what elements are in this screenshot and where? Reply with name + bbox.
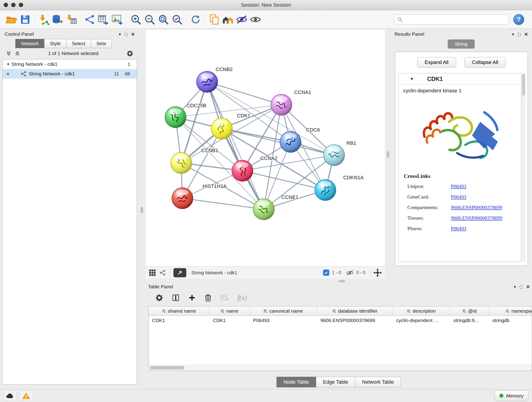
network-edge[interactable] — [207, 82, 334, 155]
network-node-cdkn1a[interactable] — [315, 179, 336, 201]
panel-close-icon[interactable]: × — [131, 31, 135, 37]
tree-expander-icon[interactable]: ▾ — [7, 62, 9, 67]
cell-namespace[interactable]: stringdb — [489, 316, 532, 325]
cell-id[interactable]: stringdb:9... — [450, 316, 489, 325]
save-session-button[interactable] — [18, 13, 32, 26]
network-canvas[interactable]: CCNB2CCNA1CDC25BCDK1CDC6RB1CCNB1CCNA2CDK… — [146, 30, 385, 266]
network-node-ccnb2[interactable] — [196, 71, 218, 92]
splitter-handle[interactable] — [387, 151, 389, 158]
copy-button[interactable] — [207, 13, 221, 26]
cell-description[interactable]: cyclin-dependent ... — [393, 316, 450, 325]
panel-maximize-icon[interactable]: □ — [518, 32, 521, 37]
panel-maximize-icon[interactable]: □ — [125, 32, 128, 37]
hidden-eye-slash-icon[interactable] — [346, 270, 354, 276]
network-edge[interactable] — [207, 82, 264, 209]
network-edge[interactable] — [242, 171, 325, 190]
home-button[interactable] — [221, 13, 235, 26]
delete-trash-icon[interactable] — [204, 294, 212, 302]
cell-canonical-name[interactable]: P06493 — [249, 316, 317, 325]
collapse-all-icon[interactable] — [6, 51, 12, 56]
column-header-namespace[interactable]: namespace — [489, 306, 532, 316]
network-node-ccnb1[interactable] — [171, 153, 192, 173]
import-table-button[interactable] — [64, 13, 78, 26]
zoom-selected-button[interactable] — [170, 13, 184, 26]
splitter-handle[interactable] — [339, 280, 345, 282]
warnings-button[interactable] — [20, 390, 32, 401]
import-network-database-button[interactable] — [51, 13, 64, 26]
window-zoom-button[interactable] — [19, 3, 23, 7]
column-header-id[interactable]: @id — [450, 306, 489, 316]
column-header-description[interactable]: description — [393, 306, 450, 316]
cell-shared-name[interactable]: CDK1 — [149, 316, 209, 325]
table-row[interactable]: CDK1 CDK1 P06493 9606.ENSP00000378699 cy… — [149, 316, 532, 325]
apply-layout-button[interactable] — [189, 13, 203, 26]
cell-database-identifier[interactable]: 9606.ENSP00000378699 — [317, 316, 393, 325]
tab-edge-table[interactable]: Edge Table — [316, 377, 355, 387]
network-row[interactable]: String Network - cdk1 11 48 — [2, 69, 137, 79]
table-horizontal-scrollbar[interactable] — [149, 365, 532, 370]
crosslink-genecard-link[interactable]: P06493 — [451, 194, 521, 200]
network-node-cdc6[interactable] — [280, 131, 301, 153]
tab-sets[interactable]: Sets — [91, 39, 112, 48]
network-node-ccna2[interactable] — [232, 160, 253, 181]
column-header-canonical-name[interactable]: canonical name — [249, 306, 317, 316]
import-network-file-button[interactable] — [37, 13, 51, 26]
tab-network[interactable]: Network — [15, 39, 44, 48]
panel-float-icon[interactable]: ▾ — [512, 32, 514, 36]
zoom-fit-button[interactable] — [157, 13, 170, 26]
collapse-all-button[interactable]: Collapse All — [464, 57, 506, 68]
function-builder-button[interactable]: f(x) — [237, 294, 247, 302]
expand-all-button[interactable]: Expand All — [417, 57, 456, 68]
tab-network-table[interactable]: Network Table — [355, 377, 401, 387]
splitter-handle[interactable] — [140, 207, 143, 213]
zoom-out-button[interactable] — [143, 13, 157, 26]
memory-button[interactable]: Memory — [495, 390, 528, 401]
zoom-in-button[interactable] — [129, 13, 143, 26]
crosslink-uniprot-link[interactable]: P06493 — [451, 183, 521, 189]
network-collection-row[interactable]: ▾ String Network - cdk1 1 — [2, 59, 137, 69]
hide-button[interactable] — [235, 13, 249, 26]
network-edge[interactable] — [182, 198, 264, 209]
panel-close-icon[interactable]: × — [525, 31, 528, 37]
network-node-ccne1[interactable] — [253, 199, 274, 220]
export-image-button[interactable] — [110, 13, 124, 26]
panel-float-icon[interactable]: ▾ — [119, 32, 121, 36]
results-tab-string[interactable]: String — [448, 39, 475, 49]
expand-all-icon[interactable] — [15, 51, 20, 56]
string-network-icon[interactable] — [159, 269, 166, 276]
column-header-database-identifier[interactable]: database identifier — [317, 306, 393, 316]
export-table-button[interactable] — [97, 13, 110, 26]
column-header-name[interactable]: name — [209, 306, 249, 316]
open-in-window-button[interactable] — [173, 268, 186, 277]
window-minimize-button[interactable] — [11, 3, 16, 7]
column-header-shared-name[interactable]: shared name — [149, 306, 209, 316]
table-settings-gear-icon[interactable] — [155, 294, 163, 302]
section-expander-icon[interactable]: ▾ — [411, 76, 413, 82]
show-columns-icon[interactable] — [172, 294, 180, 302]
help-button[interactable]: ? — [513, 14, 524, 25]
network-node-cdk1[interactable] — [211, 118, 232, 139]
cell-name[interactable]: CDK1 — [209, 316, 249, 325]
panel-maximize-icon[interactable]: □ — [520, 284, 523, 289]
search-input[interactable] — [404, 17, 506, 22]
tab-select[interactable]: Select — [66, 39, 91, 48]
network-node-ccna1[interactable] — [271, 94, 292, 115]
results-scrollbar[interactable] — [522, 73, 525, 262]
tab-node-table[interactable]: Node Table — [277, 377, 316, 387]
birdseye-grid-icon[interactable] — [149, 269, 156, 276]
gear-icon[interactable] — [127, 50, 133, 57]
cloud-button[interactable] — [4, 390, 17, 401]
crosslink-pharos-link[interactable]: P06493 — [451, 225, 521, 231]
network-node-cdc25b[interactable] — [165, 107, 186, 128]
selected-checkbox[interactable] — [323, 269, 329, 276]
tab-style[interactable]: Style — [44, 39, 66, 48]
pan-move-icon[interactable] — [374, 269, 382, 277]
open-session-button[interactable] — [5, 13, 18, 26]
crosslink-tissues-link[interactable]: 9606.ENSP00000378699 — [451, 215, 521, 221]
network-edge[interactable] — [207, 82, 281, 105]
panel-float-icon[interactable]: ▾ — [514, 285, 516, 289]
crosslink-compartments-link[interactable]: 9606.ENSP00000378699 — [451, 204, 521, 211]
show-button[interactable] — [249, 13, 262, 26]
network-node-hist1h1a[interactable] — [172, 188, 193, 209]
clone-network-button[interactable] — [83, 13, 97, 26]
